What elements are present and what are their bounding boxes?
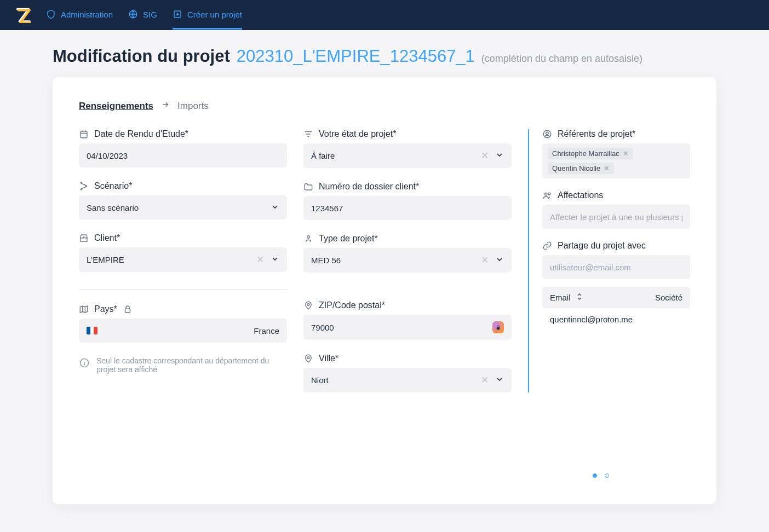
remove-chip-icon[interactable]: ✕ bbox=[623, 149, 629, 158]
svg-point-9 bbox=[307, 304, 309, 306]
flag-france-icon bbox=[87, 327, 97, 334]
form-card: Renseignements Imports Date de Rendu d'E… bbox=[53, 77, 716, 504]
field-label-text: Date de Rendu d'Etude* bbox=[94, 129, 188, 139]
client-select[interactable]: L'EMPIRE ✕ bbox=[79, 247, 287, 272]
share-col-company[interactable]: Société bbox=[655, 293, 682, 302]
nav-label: SIG bbox=[143, 10, 157, 19]
nav-create-project[interactable]: Créer un projet bbox=[173, 1, 242, 30]
field-label-text: Votre état de projet* bbox=[319, 129, 396, 139]
step-renseignements[interactable]: Renseignements bbox=[79, 101, 153, 112]
scenario-select[interactable]: Sans scénario bbox=[79, 195, 287, 219]
affectations-input[interactable] bbox=[542, 205, 690, 229]
svg-point-8 bbox=[307, 236, 310, 239]
step-imports[interactable]: Imports bbox=[177, 101, 209, 112]
field-project-type: Type de projet* MED 56 ✕ bbox=[303, 234, 512, 273]
country-input: France bbox=[79, 319, 287, 343]
clear-icon[interactable]: ✕ bbox=[481, 255, 489, 266]
select-value: L'EMPIRE bbox=[87, 255, 124, 264]
user-circle-icon bbox=[542, 129, 552, 139]
field-label-text: Ville* bbox=[319, 354, 338, 363]
chevron-down-icon[interactable] bbox=[495, 151, 504, 161]
dossier-input[interactable] bbox=[303, 196, 512, 220]
field-label-text: Numéro de dossier client* bbox=[319, 182, 419, 192]
side-panel: Référents de projet* Christophe Marraill… bbox=[528, 129, 690, 392]
chevron-down-icon[interactable] bbox=[271, 203, 279, 213]
page-header: Modification du projet 202310_L'EMPIRE_1… bbox=[0, 30, 769, 77]
field-city: Ville* Niort ✕ bbox=[303, 354, 512, 392]
project-type-select[interactable]: MED 56 ✕ bbox=[303, 248, 512, 273]
field-country: Pays* France bbox=[79, 304, 287, 343]
info-text: Seul le cadastre correspondant au départ… bbox=[96, 356, 287, 374]
page-dot-active[interactable] bbox=[593, 473, 597, 478]
arrow-right-icon bbox=[161, 100, 170, 112]
select-value: MED 56 bbox=[311, 256, 341, 265]
field-label-text: ZIP/Code postal* bbox=[319, 300, 385, 310]
field-label-text: Partage du projet avec bbox=[558, 241, 646, 251]
field-label-text: Client* bbox=[94, 233, 120, 243]
svg-point-13 bbox=[546, 132, 549, 135]
map-icon bbox=[79, 304, 89, 314]
field-state: Votre état de projet* À faire ✕ bbox=[303, 129, 512, 168]
project-id: 202310_L'EMPIRE_1234567_1 bbox=[237, 47, 475, 66]
link-icon bbox=[542, 241, 552, 251]
field-label-text: Affectations bbox=[558, 190, 603, 200]
nav-administration[interactable]: Administration bbox=[46, 1, 113, 30]
share-col-email[interactable]: Email bbox=[550, 293, 571, 302]
affectations-text[interactable] bbox=[550, 212, 682, 222]
zip-input[interactable] bbox=[303, 315, 512, 340]
share-email-value: quentinncl@proton.me bbox=[550, 315, 633, 324]
chevron-down-icon[interactable] bbox=[271, 255, 279, 265]
field-affectations: Affectations bbox=[542, 190, 690, 229]
form-column-left: Date de Rendu d'Etude* Scénario* Sans sc… bbox=[79, 129, 287, 392]
select-value: Niort bbox=[311, 375, 329, 385]
date-input[interactable] bbox=[79, 143, 287, 167]
svg-point-11 bbox=[307, 357, 309, 359]
nav-label: Créer un projet bbox=[187, 10, 242, 19]
chevron-down-icon[interactable] bbox=[495, 375, 504, 385]
chevron-down-icon[interactable] bbox=[495, 255, 504, 265]
city-select[interactable]: Niort ✕ bbox=[303, 368, 512, 392]
remove-chip-icon[interactable]: ✕ bbox=[604, 164, 610, 172]
chip-label: Christophe Marraillac bbox=[552, 149, 619, 158]
calendar-icon bbox=[79, 129, 89, 139]
share-email-input[interactable] bbox=[542, 255, 690, 279]
sort-icon[interactable] bbox=[576, 292, 583, 303]
info-icon bbox=[79, 357, 90, 368]
share-email-text[interactable] bbox=[550, 263, 682, 272]
divider bbox=[79, 289, 287, 290]
store-icon bbox=[79, 233, 89, 243]
clear-icon[interactable]: ✕ bbox=[481, 374, 489, 386]
dossier-input-text[interactable] bbox=[311, 204, 504, 213]
field-zip: ZIP/Code postal* bbox=[303, 300, 512, 340]
chip-label: Quentin Nicolle bbox=[552, 164, 600, 172]
referents-input[interactable]: Christophe Marraillac ✕ Quentin Nicolle … bbox=[542, 143, 690, 178]
date-input-text[interactable] bbox=[87, 151, 279, 160]
field-label-text: Pays* bbox=[94, 304, 117, 314]
field-dossier: Numéro de dossier client* bbox=[303, 182, 512, 220]
scenario-icon bbox=[79, 181, 89, 191]
clear-icon[interactable]: ✕ bbox=[256, 254, 264, 265]
state-select[interactable]: À faire ✕ bbox=[303, 143, 512, 168]
plus-square-icon bbox=[173, 9, 182, 19]
select-value: Sans scénario bbox=[87, 203, 139, 212]
svg-rect-10 bbox=[497, 327, 500, 329]
folder-icon bbox=[303, 182, 313, 192]
svg-rect-2 bbox=[81, 131, 87, 138]
project-subtitle: (complétion du champ en autosaisie) bbox=[481, 53, 642, 65]
lock-icon bbox=[495, 325, 501, 331]
share-table-row: quentinncl@proton.me bbox=[542, 308, 690, 331]
pagination-dots bbox=[593, 473, 609, 478]
nav-sig[interactable]: SIG bbox=[128, 1, 157, 30]
svg-rect-6 bbox=[125, 309, 130, 313]
field-share: Partage du projet avec Email Société que bbox=[542, 241, 690, 331]
page-dot[interactable] bbox=[605, 473, 609, 478]
zip-input-text[interactable] bbox=[311, 323, 492, 332]
field-label-text: Type de projet* bbox=[319, 234, 378, 244]
field-client: Client* L'EMPIRE ✕ bbox=[79, 233, 287, 272]
field-label-text: Scénario* bbox=[94, 181, 132, 191]
user-pin-icon bbox=[303, 234, 313, 244]
field-scenario: Scénario* Sans scénario bbox=[79, 181, 287, 219]
nav-label: Administration bbox=[61, 10, 113, 19]
clear-icon[interactable]: ✕ bbox=[481, 150, 489, 161]
pin-icon bbox=[303, 300, 313, 310]
